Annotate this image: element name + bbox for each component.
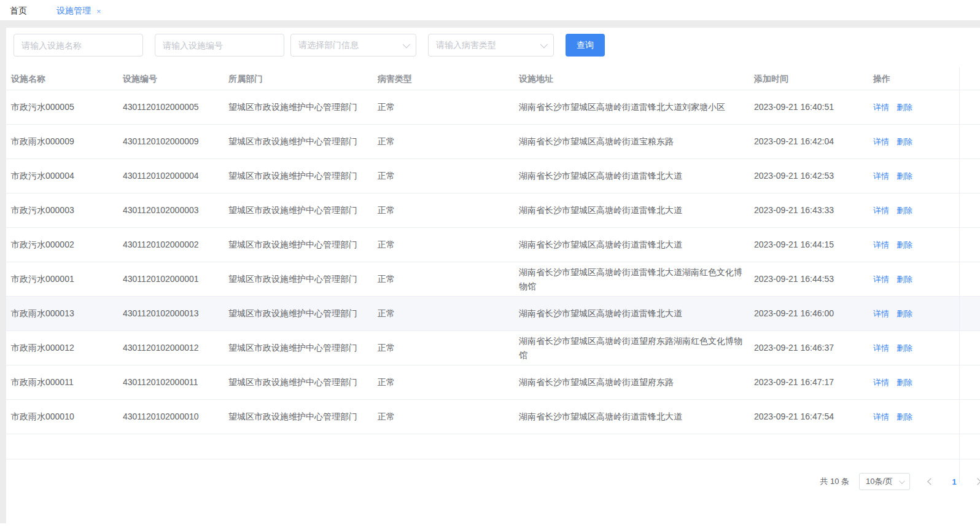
facility-name-input[interactable] — [14, 34, 143, 57]
background-left-strip — [0, 28, 6, 523]
tab-close-icon[interactable]: × — [96, 7, 101, 15]
cell-facility-name: 市政污水000002 — [11, 238, 123, 252]
page-size-select[interactable]: 10条/页 — [859, 473, 910, 490]
pagination-bar: 共 10 条 10条/页 1 — [6, 472, 980, 491]
table-row: 市政雨水0000134301120102000013望城区市政设施维护中心管理部… — [6, 297, 980, 331]
cell-facility-code: 4301120102000003 — [123, 203, 228, 217]
cell-department: 望城区市政设施维护中心管理部门 — [228, 272, 378, 286]
detail-link[interactable]: 详情 — [873, 203, 889, 217]
table-row: 市政雨水0000124301120102000012望城区市政设施维护中心管理部… — [6, 331, 980, 365]
table-row: 市政污水0000024301120102000002望城区市政设施维护中心管理部… — [6, 228, 980, 262]
cell-department: 望城区市政设施维护中心管理部门 — [228, 135, 378, 149]
next-page-button[interactable] — [970, 473, 980, 490]
tab-facility-label: 设施管理 — [56, 6, 91, 17]
cell-address: 湖南省长沙市望城区高塘岭街道望府东路 — [519, 375, 754, 389]
tab-facility-management[interactable]: 设施管理 × — [49, 0, 109, 22]
filter-bar: 请选择部门信息 请输入病害类型 查询 — [14, 34, 980, 57]
cell-facility-name: 市政雨水000013 — [11, 306, 123, 321]
detail-link[interactable]: 详情 — [873, 135, 889, 149]
table-row: 市政污水0000014301120102000001望城区市政设施维护中心管理部… — [6, 262, 980, 297]
cell-disease-type: 正常 — [378, 135, 519, 149]
detail-link[interactable]: 详情 — [873, 169, 889, 183]
cell-facility-code: 4301120102000004 — [123, 169, 228, 183]
cell-address: 湖南省长沙市望城区高塘岭街道雷锋北大道湖南红色文化博物馆 — [519, 265, 754, 294]
cell-department: 望城区市政设施维护中心管理部门 — [228, 341, 378, 355]
delete-link[interactable]: 删除 — [896, 135, 912, 149]
chevron-down-icon — [540, 41, 548, 49]
table-footer-spacer — [6, 434, 980, 459]
delete-link[interactable]: 删除 — [896, 341, 912, 355]
cell-facility-name: 市政雨水000011 — [11, 375, 123, 389]
department-select[interactable]: 请选择部门信息 — [290, 34, 416, 57]
tab-home-label: 首页 — [10, 6, 27, 15]
delete-link[interactable]: 删除 — [896, 410, 912, 424]
cell-actions: 详情删除 — [873, 341, 980, 355]
cell-department: 望城区市政设施维护中心管理部门 — [228, 306, 378, 321]
detail-link[interactable]: 详情 — [873, 272, 889, 286]
cell-add-time: 2023-09-21 16:46:00 — [754, 306, 873, 321]
cell-department: 望城区市政设施维护中心管理部门 — [228, 238, 378, 252]
cell-actions: 详情删除 — [873, 306, 980, 321]
col-add-time: 添加时间 — [754, 74, 873, 85]
delete-link[interactable]: 删除 — [896, 375, 912, 389]
delete-link[interactable]: 删除 — [896, 203, 912, 217]
col-facility-name: 设施名称 — [11, 74, 123, 85]
cell-add-time: 2023-09-21 16:40:51 — [754, 100, 873, 114]
cell-facility-name: 市政雨水000010 — [11, 410, 123, 424]
disease-type-select[interactable]: 请输入病害类型 — [428, 34, 554, 57]
cell-actions: 详情删除 — [873, 100, 980, 114]
table-row: 市政雨水0000114301120102000011望城区市政设施维护中心管理部… — [6, 365, 980, 400]
cell-disease-type: 正常 — [378, 375, 519, 389]
cell-add-time: 2023-09-21 16:47:54 — [754, 410, 873, 424]
delete-link[interactable]: 删除 — [896, 100, 912, 114]
detail-link[interactable]: 详情 — [873, 100, 889, 114]
detail-link[interactable]: 详情 — [873, 306, 889, 321]
table-row: 市政污水0000034301120102000003望城区市政设施维护中心管理部… — [6, 193, 980, 228]
cell-department: 望城区市政设施维护中心管理部门 — [228, 100, 378, 114]
chevron-down-icon — [403, 41, 411, 49]
table-row: 市政污水0000054301120102000005望城区市政设施维护中心管理部… — [6, 90, 980, 125]
search-button[interactable]: 查询 — [566, 34, 605, 57]
table-row: 市政污水0000044301120102000004望城区市政设施维护中心管理部… — [6, 159, 980, 193]
detail-link[interactable]: 详情 — [873, 410, 889, 424]
cell-disease-type: 正常 — [378, 238, 519, 252]
cell-facility-code: 4301120102000009 — [123, 135, 228, 149]
tab-bar: 首页 设施管理 × — [0, 0, 980, 20]
cell-facility-code: 4301120102000012 — [123, 341, 228, 355]
cell-facility-code: 4301120102000005 — [123, 100, 228, 114]
col-facility-code: 设施编号 — [123, 74, 228, 85]
table-row: 市政雨水0000104301120102000010望城区市政设施维护中心管理部… — [6, 400, 980, 434]
cell-address: 湖南省长沙市望城区高塘岭街道雷锋北大道 — [519, 203, 754, 217]
cell-address: 湖南省长沙市望城区高塘岭街道雷锋北大道 — [519, 410, 754, 424]
cell-actions: 详情删除 — [873, 203, 980, 217]
col-department: 所属部门 — [228, 74, 378, 85]
cell-add-time: 2023-09-21 16:47:17 — [754, 375, 873, 389]
cell-address: 湖南省长沙市望城区高塘岭街道雷锋北大道刘家塘小区 — [519, 100, 754, 114]
facility-code-input[interactable] — [155, 34, 284, 57]
cell-address: 湖南省长沙市望城区高塘岭街道宝粮东路 — [519, 135, 754, 149]
cell-address: 湖南省长沙市望城区高塘岭街道雷锋北大道 — [519, 238, 754, 252]
table-header: 设施名称 设施编号 所属部门 病害类型 设施地址 添加时间 操作 — [6, 68, 980, 90]
delete-link[interactable]: 删除 — [896, 238, 912, 252]
detail-link[interactable]: 详情 — [873, 375, 889, 389]
cell-actions: 详情删除 — [873, 375, 980, 389]
tab-home[interactable]: 首页 — [9, 0, 28, 22]
cell-facility-name: 市政污水000005 — [11, 100, 123, 114]
cell-disease-type: 正常 — [378, 341, 519, 355]
col-actions: 操作 — [873, 74, 980, 85]
detail-link[interactable]: 详情 — [873, 341, 889, 355]
cell-add-time: 2023-09-21 16:44:53 — [754, 272, 873, 286]
cell-actions: 详情删除 — [873, 272, 980, 286]
cell-department: 望城区市政设施维护中心管理部门 — [228, 169, 378, 183]
cell-department: 望城区市政设施维护中心管理部门 — [228, 375, 378, 389]
delete-link[interactable]: 删除 — [896, 272, 912, 286]
cell-facility-code: 4301120102000013 — [123, 306, 228, 321]
cell-facility-code: 4301120102000011 — [123, 375, 228, 389]
delete-link[interactable]: 删除 — [896, 169, 912, 183]
cell-actions: 详情删除 — [873, 238, 980, 252]
disease-select-placeholder: 请输入病害类型 — [436, 40, 496, 51]
detail-link[interactable]: 详情 — [873, 238, 889, 252]
prev-page-button[interactable] — [924, 473, 938, 490]
cell-disease-type: 正常 — [378, 272, 519, 286]
delete-link[interactable]: 删除 — [896, 306, 912, 321]
